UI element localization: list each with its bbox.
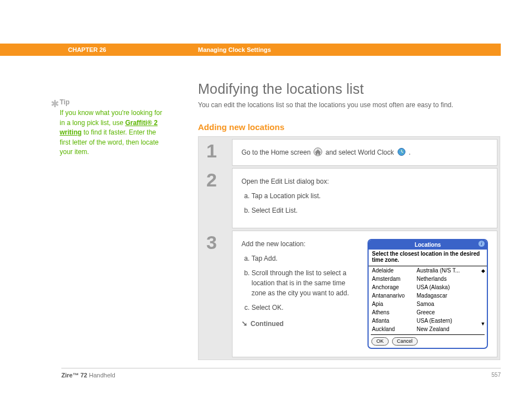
intro-text: You can edit the locations list so that …	[198, 100, 500, 110]
cancel-button[interactable]: Cancel	[392, 337, 418, 346]
page-heading: Modifying the locations list	[198, 81, 500, 97]
asterisk-icon: ✱	[51, 97, 59, 111]
world-clock-icon	[397, 147, 406, 156]
page-number: 557	[491, 372, 501, 378]
dialog-buttons: OK Cancel	[369, 335, 487, 348]
ok-button[interactable]: OK	[371, 337, 389, 346]
list-item[interactable]: AntananarivoMadagascar	[372, 291, 486, 300]
steps-container: 1 Go to the Home screen and select World…	[198, 136, 500, 361]
tip-box: ✱ Tip If you know what you're looking fo…	[60, 98, 166, 157]
scroll-up-icon[interactable]: ◆	[480, 269, 486, 274]
chapter-header-bar: CHAPTER 26 Managing Clock Settings	[0, 44, 501, 56]
list-item[interactable]: AdelaideAustralia (N/S T...	[372, 266, 486, 275]
list-item[interactable]: AthensGreece	[372, 308, 486, 317]
step-number: 1	[201, 139, 232, 166]
product-name-rest: Handheld	[87, 372, 115, 379]
dialog-title-text: Locations	[414, 242, 441, 248]
list-item[interactable]: AnchorageUSA (Alaska)	[372, 283, 486, 291]
dialog-list[interactable]: AdelaideAustralia (N/S T... AmsterdamNet…	[369, 266, 487, 333]
step1-text-post: .	[409, 148, 410, 156]
step-1: 1 Go to the Home screen and select World…	[201, 139, 497, 166]
tip-label: Tip	[60, 98, 166, 107]
step-body: Go to the Home screen and select World C…	[232, 139, 497, 166]
list-item[interactable]: AtlantaUSA (Eastern)	[372, 317, 486, 325]
list-item[interactable]: AucklandNew Zealand	[372, 325, 486, 333]
list-item[interactable]: AmsterdamNetherlands	[372, 275, 486, 283]
continue-arrow-icon: ➘	[241, 319, 248, 328]
step3-a: Tap Add.	[252, 253, 356, 264]
footer-product: Zire™ 72 Handheld	[61, 372, 115, 379]
step-number: 2	[201, 168, 232, 228]
product-name-bold: Zire™ 72	[61, 372, 87, 379]
chapter-label: CHAPTER 26	[68, 46, 106, 53]
dialog-instruction: Select the closest location in the desir…	[369, 250, 487, 266]
step2-lead: Open the Edit List dialog box:	[241, 176, 488, 186]
step-body: Add the new location: Tap Add. Scroll th…	[232, 231, 497, 358]
continued-indicator: ➘ Continued	[241, 318, 356, 329]
continued-label: Continued	[250, 320, 283, 328]
list-item[interactable]: ApiaSamoa	[372, 300, 486, 308]
step1-text-mid: and select World Clock	[326, 148, 396, 156]
step2-sublist: Tap a Location pick list. Select Edit Li…	[241, 191, 488, 215]
info-icon[interactable]: i	[478, 241, 485, 247]
home-icon	[313, 147, 322, 156]
section-title: Managing Clock Settings	[198, 46, 271, 53]
scroll-down-icon[interactable]: ▼	[480, 322, 486, 327]
step-2: 2 Open the Edit List dialog box: Tap a L…	[201, 168, 497, 228]
step3-lead: Add the new location:	[241, 239, 356, 249]
locations-dialog: Locations i Select the closest location …	[367, 239, 488, 349]
dialog-titlebar: Locations i	[369, 240, 487, 250]
step3-c: Select OK.	[252, 303, 356, 313]
step1-text-pre: Go to the Home screen	[241, 148, 312, 156]
subheading: Adding new locations	[198, 122, 500, 132]
tip-body: If you know what you're looking for in a…	[60, 108, 166, 157]
step-3: 3 Add the new location: Tap Add. Scroll …	[201, 231, 497, 358]
step3-b: Scroll through the list to select a loca…	[252, 268, 356, 298]
step2-a: Tap a Location pick list.	[252, 191, 488, 201]
footer-rule	[61, 368, 501, 368]
step2-b: Select Edit List.	[252, 205, 488, 215]
main-content: Modifying the locations list You can edi…	[198, 81, 500, 360]
step-body: Open the Edit List dialog box: Tap a Loc…	[232, 168, 497, 228]
scrollbar[interactable]: ◆ ▼	[480, 269, 486, 321]
step-number: 3	[201, 231, 232, 358]
step3-sublist: Tap Add. Scroll through the list to sele…	[241, 253, 356, 313]
